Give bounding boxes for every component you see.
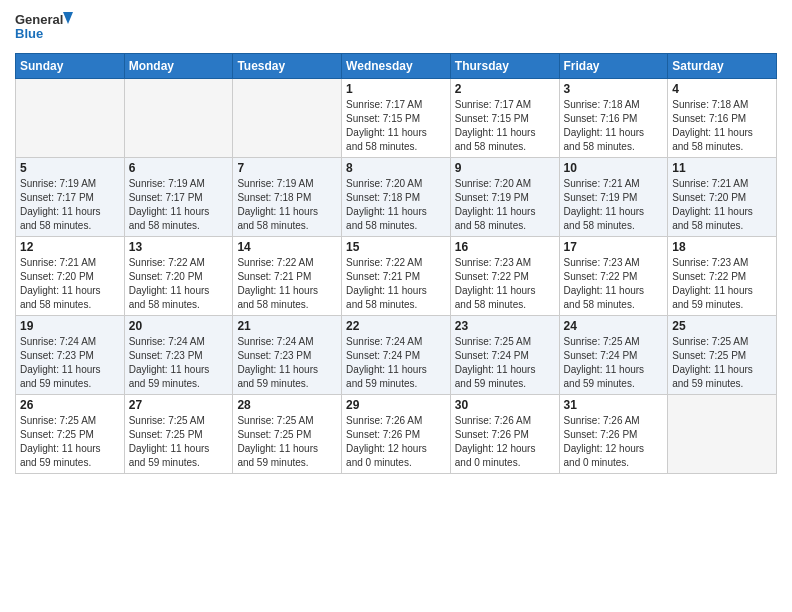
day-info: Sunrise: 7:25 AMSunset: 7:24 PMDaylight:…: [564, 335, 664, 391]
calendar-cell: 2Sunrise: 7:17 AMSunset: 7:15 PMDaylight…: [450, 79, 559, 158]
day-info: Sunrise: 7:25 AMSunset: 7:25 PMDaylight:…: [237, 414, 337, 470]
day-info: Sunrise: 7:25 AMSunset: 7:24 PMDaylight:…: [455, 335, 555, 391]
day-info: Sunrise: 7:23 AMSunset: 7:22 PMDaylight:…: [455, 256, 555, 312]
calendar-cell: 26Sunrise: 7:25 AMSunset: 7:25 PMDayligh…: [16, 395, 125, 474]
calendar-cell: 6Sunrise: 7:19 AMSunset: 7:17 PMDaylight…: [124, 158, 233, 237]
calendar-cell: 16Sunrise: 7:23 AMSunset: 7:22 PMDayligh…: [450, 237, 559, 316]
day-info: Sunrise: 7:21 AMSunset: 7:20 PMDaylight:…: [672, 177, 772, 233]
calendar-cell: 14Sunrise: 7:22 AMSunset: 7:21 PMDayligh…: [233, 237, 342, 316]
day-info: Sunrise: 7:23 AMSunset: 7:22 PMDaylight:…: [672, 256, 772, 312]
day-info: Sunrise: 7:26 AMSunset: 7:26 PMDaylight:…: [455, 414, 555, 470]
logo-svg: GeneralBlue: [15, 10, 75, 45]
calendar-cell: 15Sunrise: 7:22 AMSunset: 7:21 PMDayligh…: [342, 237, 451, 316]
day-info: Sunrise: 7:20 AMSunset: 7:18 PMDaylight:…: [346, 177, 446, 233]
calendar-cell: 8Sunrise: 7:20 AMSunset: 7:18 PMDaylight…: [342, 158, 451, 237]
day-number: 21: [237, 319, 337, 333]
day-info: Sunrise: 7:26 AMSunset: 7:26 PMDaylight:…: [346, 414, 446, 470]
day-number: 20: [129, 319, 229, 333]
calendar-cell: 30Sunrise: 7:26 AMSunset: 7:26 PMDayligh…: [450, 395, 559, 474]
day-number: 25: [672, 319, 772, 333]
calendar-cell: 23Sunrise: 7:25 AMSunset: 7:24 PMDayligh…: [450, 316, 559, 395]
day-number: 3: [564, 82, 664, 96]
svg-text:Blue: Blue: [15, 26, 43, 41]
calendar-table: SundayMondayTuesdayWednesdayThursdayFrid…: [15, 53, 777, 474]
day-info: Sunrise: 7:17 AMSunset: 7:15 PMDaylight:…: [455, 98, 555, 154]
calendar-cell: 24Sunrise: 7:25 AMSunset: 7:24 PMDayligh…: [559, 316, 668, 395]
day-number: 15: [346, 240, 446, 254]
day-number: 30: [455, 398, 555, 412]
logo: GeneralBlue: [15, 10, 75, 45]
day-info: Sunrise: 7:23 AMSunset: 7:22 PMDaylight:…: [564, 256, 664, 312]
calendar-cell: 28Sunrise: 7:25 AMSunset: 7:25 PMDayligh…: [233, 395, 342, 474]
calendar-cell: [16, 79, 125, 158]
day-info: Sunrise: 7:22 AMSunset: 7:20 PMDaylight:…: [129, 256, 229, 312]
day-number: 26: [20, 398, 120, 412]
calendar-cell: 18Sunrise: 7:23 AMSunset: 7:22 PMDayligh…: [668, 237, 777, 316]
calendar-cell: 27Sunrise: 7:25 AMSunset: 7:25 PMDayligh…: [124, 395, 233, 474]
day-info: Sunrise: 7:26 AMSunset: 7:26 PMDaylight:…: [564, 414, 664, 470]
calendar-week-5: 26Sunrise: 7:25 AMSunset: 7:25 PMDayligh…: [16, 395, 777, 474]
calendar-cell: [124, 79, 233, 158]
calendar-cell: 7Sunrise: 7:19 AMSunset: 7:18 PMDaylight…: [233, 158, 342, 237]
day-info: Sunrise: 7:24 AMSunset: 7:23 PMDaylight:…: [129, 335, 229, 391]
weekday-header-saturday: Saturday: [668, 54, 777, 79]
day-number: 10: [564, 161, 664, 175]
day-number: 19: [20, 319, 120, 333]
day-number: 18: [672, 240, 772, 254]
day-info: Sunrise: 7:19 AMSunset: 7:18 PMDaylight:…: [237, 177, 337, 233]
day-number: 5: [20, 161, 120, 175]
day-number: 31: [564, 398, 664, 412]
calendar-cell: 12Sunrise: 7:21 AMSunset: 7:20 PMDayligh…: [16, 237, 125, 316]
day-number: 24: [564, 319, 664, 333]
calendar-cell: 17Sunrise: 7:23 AMSunset: 7:22 PMDayligh…: [559, 237, 668, 316]
day-number: 22: [346, 319, 446, 333]
weekday-header-thursday: Thursday: [450, 54, 559, 79]
day-number: 28: [237, 398, 337, 412]
calendar-cell: 20Sunrise: 7:24 AMSunset: 7:23 PMDayligh…: [124, 316, 233, 395]
svg-text:General: General: [15, 12, 63, 27]
calendar-cell: 22Sunrise: 7:24 AMSunset: 7:24 PMDayligh…: [342, 316, 451, 395]
day-number: 13: [129, 240, 229, 254]
day-number: 7: [237, 161, 337, 175]
day-info: Sunrise: 7:20 AMSunset: 7:19 PMDaylight:…: [455, 177, 555, 233]
weekday-header-sunday: Sunday: [16, 54, 125, 79]
calendar-cell: 1Sunrise: 7:17 AMSunset: 7:15 PMDaylight…: [342, 79, 451, 158]
weekday-header-monday: Monday: [124, 54, 233, 79]
day-number: 16: [455, 240, 555, 254]
calendar-cell: 9Sunrise: 7:20 AMSunset: 7:19 PMDaylight…: [450, 158, 559, 237]
calendar-cell: 4Sunrise: 7:18 AMSunset: 7:16 PMDaylight…: [668, 79, 777, 158]
calendar-week-4: 19Sunrise: 7:24 AMSunset: 7:23 PMDayligh…: [16, 316, 777, 395]
day-info: Sunrise: 7:25 AMSunset: 7:25 PMDaylight:…: [20, 414, 120, 470]
day-info: Sunrise: 7:25 AMSunset: 7:25 PMDaylight:…: [129, 414, 229, 470]
calendar-cell: 31Sunrise: 7:26 AMSunset: 7:26 PMDayligh…: [559, 395, 668, 474]
day-info: Sunrise: 7:21 AMSunset: 7:20 PMDaylight:…: [20, 256, 120, 312]
day-info: Sunrise: 7:18 AMSunset: 7:16 PMDaylight:…: [564, 98, 664, 154]
weekday-header-wednesday: Wednesday: [342, 54, 451, 79]
day-number: 9: [455, 161, 555, 175]
page-header: GeneralBlue: [15, 10, 777, 45]
day-info: Sunrise: 7:22 AMSunset: 7:21 PMDaylight:…: [237, 256, 337, 312]
calendar-cell: 25Sunrise: 7:25 AMSunset: 7:25 PMDayligh…: [668, 316, 777, 395]
calendar-week-2: 5Sunrise: 7:19 AMSunset: 7:17 PMDaylight…: [16, 158, 777, 237]
day-number: 2: [455, 82, 555, 96]
day-info: Sunrise: 7:24 AMSunset: 7:23 PMDaylight:…: [237, 335, 337, 391]
calendar-week-1: 1Sunrise: 7:17 AMSunset: 7:15 PMDaylight…: [16, 79, 777, 158]
day-info: Sunrise: 7:19 AMSunset: 7:17 PMDaylight:…: [20, 177, 120, 233]
day-info: Sunrise: 7:19 AMSunset: 7:17 PMDaylight:…: [129, 177, 229, 233]
day-number: 4: [672, 82, 772, 96]
day-number: 29: [346, 398, 446, 412]
calendar-cell: 11Sunrise: 7:21 AMSunset: 7:20 PMDayligh…: [668, 158, 777, 237]
day-number: 11: [672, 161, 772, 175]
day-info: Sunrise: 7:24 AMSunset: 7:24 PMDaylight:…: [346, 335, 446, 391]
day-number: 17: [564, 240, 664, 254]
weekday-header-row: SundayMondayTuesdayWednesdayThursdayFrid…: [16, 54, 777, 79]
calendar-cell: 5Sunrise: 7:19 AMSunset: 7:17 PMDaylight…: [16, 158, 125, 237]
weekday-header-friday: Friday: [559, 54, 668, 79]
calendar-cell: 19Sunrise: 7:24 AMSunset: 7:23 PMDayligh…: [16, 316, 125, 395]
day-number: 14: [237, 240, 337, 254]
day-info: Sunrise: 7:22 AMSunset: 7:21 PMDaylight:…: [346, 256, 446, 312]
calendar-cell: 29Sunrise: 7:26 AMSunset: 7:26 PMDayligh…: [342, 395, 451, 474]
calendar-cell: 10Sunrise: 7:21 AMSunset: 7:19 PMDayligh…: [559, 158, 668, 237]
calendar-week-3: 12Sunrise: 7:21 AMSunset: 7:20 PMDayligh…: [16, 237, 777, 316]
day-info: Sunrise: 7:17 AMSunset: 7:15 PMDaylight:…: [346, 98, 446, 154]
